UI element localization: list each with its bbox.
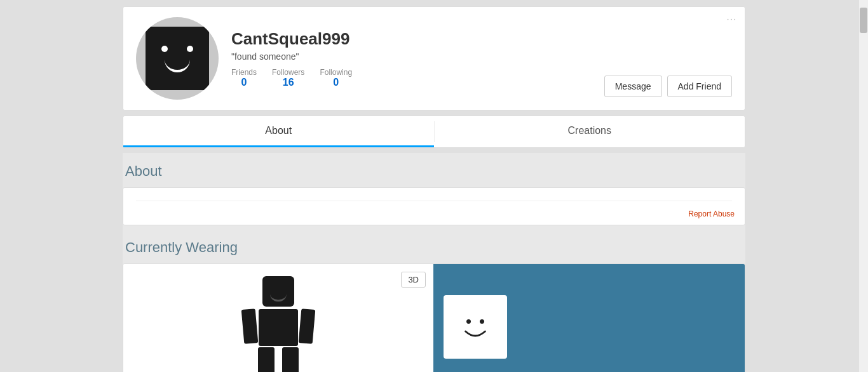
character-view: 3D (123, 264, 433, 372)
scrollbar-thumb[interactable] (860, 8, 867, 33)
profile-username: CantSqueal999 (231, 29, 732, 49)
roblox-character (240, 276, 316, 372)
scrollbar[interactable] (858, 0, 868, 372)
char-torso (259, 309, 298, 346)
wearing-item-1[interactable] (444, 295, 507, 359)
char-leg-left (258, 347, 275, 372)
following-count: 0 (333, 77, 339, 88)
stat-followers: Followers 16 (272, 68, 304, 88)
char-arm-right (299, 309, 316, 344)
page-wrapper: CantSqueal999 "found someone" Friends 0 … (0, 0, 868, 372)
tabs-container: About Creations (123, 116, 745, 148)
currently-wearing-heading: Currently Wearing (123, 233, 745, 263)
avatar-eye-right (187, 46, 193, 52)
avatar-eye-left (161, 46, 168, 52)
content-area: About Report Abuse Currently Wearing 3D (123, 153, 745, 372)
avatar-smile (165, 60, 190, 72)
tab-about[interactable]: About (123, 116, 434, 147)
wearing-card: 3D (123, 263, 745, 372)
stat-friends: Friends 0 (231, 68, 257, 88)
friends-count: 0 (241, 77, 247, 88)
svg-point-2 (480, 319, 484, 324)
svg-point-1 (466, 319, 471, 324)
add-friend-button[interactable]: Add Friend (667, 76, 732, 97)
followers-count: 16 (283, 77, 294, 88)
smiley-face-icon (453, 305, 498, 349)
btn-3d[interactable]: 3D (401, 272, 426, 288)
report-abuse-link[interactable]: Report Abuse (688, 209, 735, 218)
about-card: Report Abuse (123, 187, 745, 225)
wearing-items (433, 264, 745, 372)
about-divider (136, 201, 732, 201)
more-options-button[interactable]: ··· (727, 15, 737, 23)
profile-actions: Message Add Friend (604, 76, 732, 97)
avatar-face (146, 27, 209, 90)
profile-header: CantSqueal999 "found someone" Friends 0 … (123, 6, 745, 110)
following-label: Following (320, 68, 352, 77)
tab-creations[interactable]: Creations (435, 116, 745, 147)
char-leg-right (282, 347, 299, 372)
svg-rect-0 (453, 305, 498, 349)
about-heading: About (123, 153, 745, 187)
main-content: CantSqueal999 "found someone" Friends 0 … (123, 6, 745, 372)
avatar (136, 17, 219, 100)
profile-status: "found someone" (231, 51, 732, 62)
char-head-smile (270, 294, 287, 302)
char-arm-left (241, 309, 259, 344)
char-head (262, 276, 294, 307)
stat-following: Following 0 (320, 68, 352, 88)
followers-label: Followers (272, 68, 304, 77)
friends-label: Friends (231, 68, 257, 77)
message-button[interactable]: Message (604, 76, 662, 97)
